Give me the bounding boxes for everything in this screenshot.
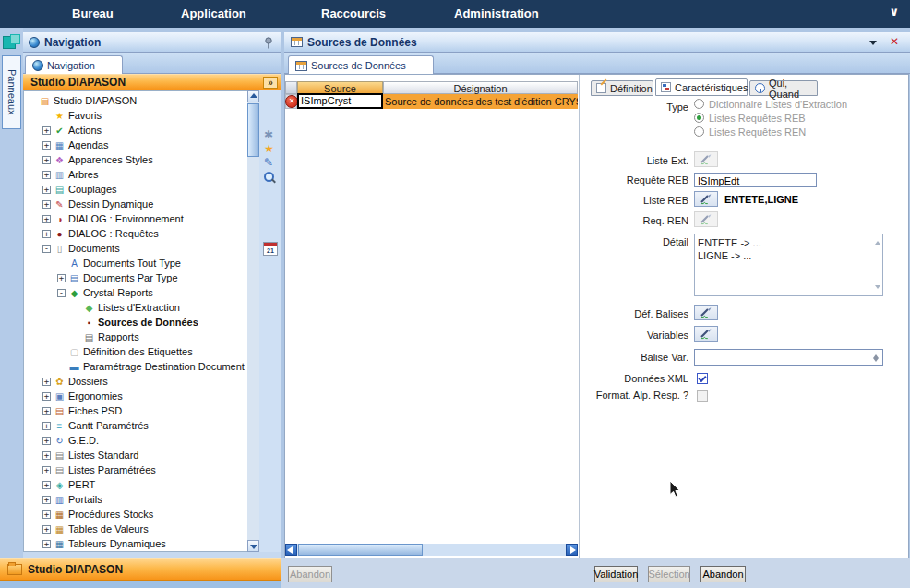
donnees-xml-checkbox[interactable] [697,373,708,384]
variables-picker-button[interactable] [694,326,718,342]
search-icon[interactable] [264,172,276,184]
expand-icon[interactable]: + [42,215,51,223]
expand-icon[interactable]: + [42,392,51,401]
tree-item-favoris[interactable]: ★Favoris [25,108,246,123]
scroll-up-icon[interactable] [875,238,880,245]
expand-icon[interactable]: + [42,171,51,179]
column-header-designation[interactable]: Désignation [383,81,578,94]
tree-item-dialog-env[interactable]: +◑DIALOG : Environnement [25,211,246,226]
spinner[interactable] [871,351,881,364]
tree-item-arbres[interactable]: +▥Arbres [25,167,246,182]
expand-icon[interactable]: + [42,451,51,460]
tree-item-doc-par-type[interactable]: +▤Documents Par Type [25,270,246,285]
scroll-left-icon[interactable] [285,544,297,556]
caret-down-icon[interactable] [869,41,877,49]
scroll-down-icon[interactable] [875,285,880,292]
tree-item-proc-stocks[interactable]: +▦Procédures Stocks [25,507,246,522]
tree-item-gantt[interactable]: +≡Gantt Paramétrés [25,418,246,433]
requete-reb-input[interactable]: ISImpEdt [694,173,817,187]
collapse-icon[interactable]: - [42,245,51,253]
tree-item-ged[interactable]: +↻G.E.D. [25,433,246,448]
expand-icon[interactable]: + [42,378,51,386]
detail-textarea[interactable]: ENTETE -> ... LIGNE -> ... [694,234,883,296]
tree-item-couplages[interactable]: +▤Couplages [25,182,246,197]
panneaux-tab[interactable]: Panneaux [2,55,21,129]
menu-item-application[interactable]: Application [181,0,246,28]
tree-item-def-etiquettes[interactable]: ▢Définition des Etiquettes [25,344,246,359]
expand-icon[interactable]: + [42,407,51,415]
expand-icon[interactable]: + [42,141,51,150]
tree-item-crystal[interactable]: -◆Crystal Reports [25,285,246,300]
tree-item-ergonomies[interactable]: +▣Ergonomies [25,389,246,403]
cancel-row-icon[interactable] [285,95,298,108]
expand-icon[interactable]: + [42,230,51,238]
menu-item-raccourcis[interactable]: Raccourcis [321,0,386,28]
favorite-star-icon[interactable]: ★ [264,143,274,155]
tree-item-doc-tout-type[interactable]: ADocuments Tout Type [25,256,246,270]
expand-icon[interactable]: + [42,496,51,504]
tree-item-studio[interactable]: ▤Studio DIAPASON [25,93,246,108]
column-header-source[interactable]: Source [297,81,383,94]
tree-item-param-dest[interactable]: ▬Paramétrage Destination Document [25,359,246,374]
expand-icon[interactable]: + [57,274,66,282]
close-icon[interactable]: ✕ [890,35,899,48]
panels-icon[interactable] [3,34,19,49]
expand-icon[interactable]: + [42,186,51,194]
studio-diapason-group-bar[interactable]: Studio DIAPASON [0,558,281,581]
collapse-icon[interactable]: - [57,289,66,297]
tab-qui-quand[interactable]: Qui, Quand [749,80,818,96]
tab-navigation[interactable]: Navigation [25,55,123,75]
tree-item-actions[interactable]: +✔Actions [25,123,246,138]
expand-icon[interactable]: + [42,481,51,489]
expand-icon[interactable]: + [42,525,51,534]
settings-star-icon[interactable]: ✱ [264,129,273,141]
expand-icon[interactable]: + [42,437,51,445]
tree-item-listes-parametrees[interactable]: +▤Listes Paramétrées [25,462,246,477]
tree-item-sources-donnees[interactable]: ▪Sources de Données [25,315,246,330]
expand-icon[interactable]: + [42,510,51,519]
collapse-panel-button[interactable]: » [263,77,278,89]
designation-cell[interactable]: Source de données des test d'édition CRY… [383,94,578,109]
scroll-right-icon[interactable] [566,544,578,556]
tree-item-apparences[interactable]: +❖Apparences Styles [25,152,246,167]
menu-item-bureau[interactable]: Bureau [72,0,114,28]
expand-icon[interactable]: + [42,200,51,209]
tree-scrollbar[interactable] [247,90,259,552]
expand-icon[interactable]: + [42,540,51,548]
scroll-up-icon[interactable] [247,90,259,102]
tab-sources-de-donnees[interactable]: Sources de Données [288,55,434,75]
expand-icon[interactable]: + [42,466,51,474]
tree-item-dialog-req[interactable]: +●DIALOG : Requêtes [25,226,246,241]
tree-item-listes-extraction[interactable]: ◆Listes d'Extraction [25,300,246,315]
liste-reb-picker-button[interactable] [694,191,718,207]
tab-caract-ristiques[interactable]: Caractéristiques [655,78,748,96]
scrollbar-thumb[interactable] [298,544,423,556]
expand-icon[interactable]: + [42,156,51,164]
calendar-icon[interactable]: 21 [263,242,278,256]
abandon-button[interactable]: Abandon [700,566,746,582]
tree-item-dessin[interactable]: +✎Dessin Dynamique [25,197,246,211]
tree-item-agendas[interactable]: +▦Agendas [25,138,246,152]
tree-item-tableurs[interactable]: +▦Tableurs Dynamiques [25,536,246,551]
expand-icon[interactable]: + [42,422,51,430]
tree-item-pert[interactable]: +◈PERT [25,477,246,492]
tree-item-listes-standard[interactable]: +▤Listes Standard [25,448,246,462]
tree-item-documents[interactable]: -▯Documents [25,241,246,256]
tree-item-fiches-psd[interactable]: +▤Fiches PSD [25,403,246,418]
tree-item-rapports[interactable]: ▤Rapports [25,330,246,344]
source-cell-editor[interactable]: ISImpCryst [297,93,383,109]
def-balises-picker-button[interactable] [694,305,718,320]
tab-d-finition[interactable]: Définition [591,80,653,96]
chevron-down-icon[interactable]: ∨ [889,5,899,18]
pin-icon[interactable] [264,36,273,53]
tree-item-tables-valeurs[interactable]: +▦Tables de Valeurs [25,522,246,536]
table-horizontal-scrollbar[interactable] [285,544,578,556]
scroll-down-icon[interactable] [247,540,259,552]
menu-item-administration[interactable]: Administration [454,0,539,28]
tree-item-portails[interactable]: +▥Portails [25,492,246,507]
expand-icon[interactable]: + [42,126,51,135]
balise-var-input[interactable] [694,349,883,366]
tree-item-dossiers[interactable]: +✿Dossiers [25,374,246,389]
validation-button[interactable]: Validation [594,566,638,582]
scrollbar-thumb[interactable] [247,103,259,157]
